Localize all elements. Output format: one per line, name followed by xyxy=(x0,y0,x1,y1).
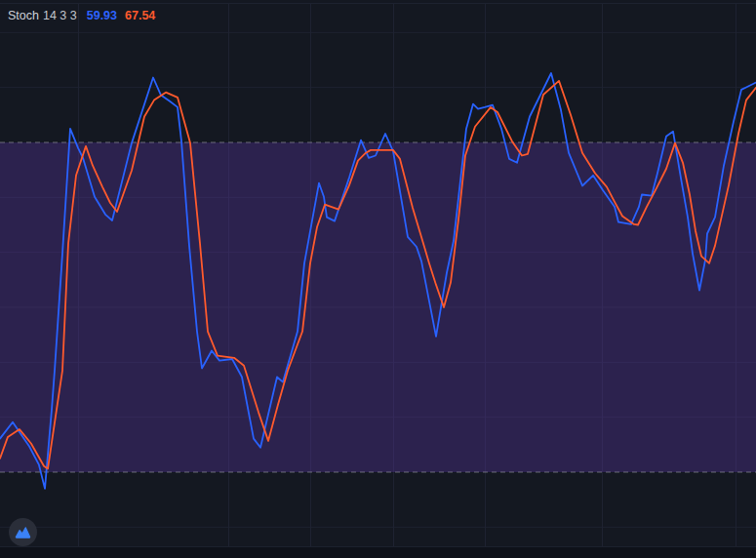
indicator-params: 14 3 3 xyxy=(43,9,77,22)
stoch-chart-canvas[interactable] xyxy=(0,0,756,558)
indicator-legend[interactable]: Stoch14 3 359.9367.54 xyxy=(8,8,155,23)
k-value: 59.93 xyxy=(87,9,117,22)
d-value: 67.54 xyxy=(125,9,155,22)
indicator-title: Stoch xyxy=(8,9,39,22)
stoch-indicator-pane[interactable]: Stoch14 3 359.9367.54 xyxy=(0,0,756,558)
area-chart-icon xyxy=(15,524,31,540)
stoch-band xyxy=(0,142,756,472)
pane-divider xyxy=(0,3,756,4)
indicator-pane-button[interactable] xyxy=(9,518,37,546)
time-axis-strip xyxy=(0,546,756,558)
